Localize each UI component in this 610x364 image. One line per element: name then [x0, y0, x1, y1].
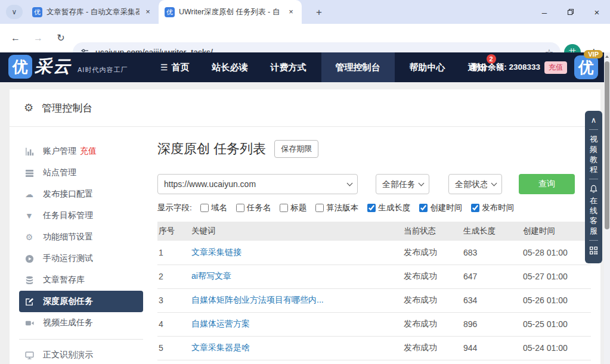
keyword-link[interactable]: 文章采集器是啥	[191, 343, 250, 352]
status-text: 发布成功	[402, 336, 462, 360]
gen-length: 634	[462, 288, 522, 312]
browser-tab-inactive[interactable]: 优 文章暂存库 - 自动文章采集器-自 ×	[26, 0, 159, 24]
video-camera-icon	[24, 319, 35, 328]
col-header-status: 当前状态	[402, 222, 462, 241]
site-logo[interactable]: 优 采云 AI时代内容工厂	[8, 55, 128, 79]
scrollbar-thumb[interactable]	[605, 61, 609, 229]
back-icon[interactable]: ←	[8, 31, 23, 45]
nav-item-home[interactable]: ☰ 首页	[153, 52, 197, 82]
tab-close-icon[interactable]: ×	[143, 7, 153, 17]
bell-icon[interactable]	[590, 185, 597, 193]
col-header-created: 创建时间	[522, 222, 591, 241]
field-checkbox-title[interactable]: 标题	[280, 203, 306, 213]
gen-length: 944	[462, 336, 522, 360]
sidebar: 账户管理充值 站点管理 ☁ 发布接口配置 ▼ 任务目标管理 ⚙ 功能细节设置 手…	[10, 127, 153, 364]
field-checkbox-algorithm[interactable]: 算法版本	[315, 203, 358, 213]
browser-tab-strip: ∨ 优 文章暂存库 - 自动文章采集器-自 × 优 UWriter深度原创 任务…	[0, 0, 610, 24]
row-no: 2	[157, 265, 190, 288]
nav-item-must-read[interactable]: 站长必读	[205, 52, 256, 82]
recharge-button[interactable]: 充值	[544, 61, 567, 74]
sidebar-item-deep-original-tasks[interactable]: 深度原创任务	[19, 291, 143, 312]
new-tab-button[interactable]: +	[311, 5, 327, 20]
sidebar-item-task-targets[interactable]: ▼ 任务目标管理	[19, 205, 143, 226]
page-scrollbar[interactable]	[604, 52, 610, 364]
field-checkbox-domain[interactable]: 域名	[200, 203, 227, 213]
reload-icon[interactable]: ↻	[54, 31, 68, 45]
col-header-length: 生成长度	[462, 222, 522, 241]
database-icon	[24, 276, 35, 285]
cloud-upload-icon: ☁	[24, 189, 35, 199]
query-button[interactable]: 查询	[519, 174, 575, 194]
status-select[interactable]: 全部状态	[448, 174, 502, 194]
status-text: 发布成功	[402, 288, 462, 312]
keyword-link[interactable]: ai帮写文章	[191, 271, 231, 281]
created-time: 05-28 01:00	[522, 241, 591, 265]
field-checkbox-publish-time[interactable]: 发布时间	[471, 203, 514, 213]
field-checkbox-task-name[interactable]: 任务名	[236, 203, 271, 213]
recharge-link[interactable]: 充值	[80, 146, 97, 157]
main-content: 深度原创 任务列表 保存期限 https://www.ucaiyun.com 全…	[157, 140, 591, 360]
table-row: 5 文章采集器是啥 发布成功 944 05-24 01:00	[157, 336, 591, 360]
qr-code-icon[interactable]	[589, 246, 598, 255]
nav-item-help[interactable]: 帮助中心	[402, 52, 453, 82]
gears-icon: ⚙	[24, 232, 35, 242]
table-row: 3 自媒体矩阵创业方法项目有哪些内... 发布成功 634 05-26 01:0…	[157, 288, 591, 312]
status-text: 发布成功	[402, 265, 462, 288]
site-favicon: 优	[32, 7, 42, 17]
gen-length: 647	[462, 265, 522, 288]
tab-close-icon[interactable]: ×	[286, 7, 296, 17]
task-type-select-wrap: 全部任务	[376, 174, 429, 194]
site-select[interactable]: https://www.ucaiyun.com	[157, 174, 358, 194]
navbar-menu: ☰ 首页 站长必读 计费方式 管理控制台 帮助中心 通知 2	[149, 52, 497, 82]
video-tutorial-link[interactable]: 视频教程	[589, 134, 598, 175]
nav-item-billing[interactable]: 计费方式	[263, 52, 314, 82]
browser-tab-active[interactable]: 优 UWriter深度原创 任务列表 - 自 ×	[159, 0, 302, 24]
navbar-right: 积分余额: 2308333 充值 优 VIP	[472, 52, 598, 82]
online-service-link[interactable]: 在线客服	[589, 195, 598, 236]
sidebar-item-feature-settings[interactable]: ⚙ 功能细节设置	[19, 226, 143, 248]
retention-period-button[interactable]: 保存期限	[274, 140, 318, 158]
site-favicon: 优	[165, 7, 175, 17]
monitor-icon	[24, 351, 35, 360]
field-checkbox-gen-length[interactable]: 生成长度	[367, 203, 410, 213]
site-select-wrap: https://www.ucaiyun.com	[157, 174, 358, 194]
status-text: 发布成功	[402, 312, 462, 336]
created-time: 05-25 01:00	[522, 312, 591, 336]
card-header: ⚙ 管理控制台	[10, 89, 600, 127]
section-title: 深度原创 任务列表	[157, 140, 266, 158]
keyword-link[interactable]: 自媒体运营方案	[191, 319, 250, 328]
scrollbar-up-arrow[interactable]	[604, 52, 610, 60]
play-circle-icon	[24, 254, 35, 263]
tab-search-button[interactable]: ∨	[6, 5, 23, 19]
task-type-select[interactable]: 全部任务	[376, 174, 429, 194]
display-fields-row: 显示字段: 域名 任务名 标题 算法版本 生成长度 创建时间 发布时间	[157, 203, 591, 213]
user-avatar[interactable]: 优	[574, 55, 598, 79]
row-no: 3	[157, 288, 190, 312]
nav-item-console[interactable]: 管理控制台	[321, 52, 395, 82]
field-checkbox-created-time[interactable]: 创建时间	[419, 203, 462, 213]
panel-divider	[589, 129, 598, 130]
col-header-no: 序号	[157, 222, 190, 241]
sidebar-item-content-recognition[interactable]: 正文识别演示	[19, 344, 143, 364]
sidebar-item-manual-test[interactable]: 手动运行测试	[19, 248, 143, 269]
fields-label: 显示字段:	[157, 203, 192, 213]
col-header-keyword: 关键词	[190, 222, 402, 241]
table-header-row: 序号 关键词 当前状态 生成长度 创建时间	[157, 222, 591, 241]
sidebar-item-sites[interactable]: 站点管理	[19, 162, 143, 183]
window-restore-button[interactable]	[558, 0, 584, 24]
sidebar-item-account[interactable]: 账户管理充值	[19, 141, 143, 162]
table-row: 4 自媒体运营方案 发布成功 896 05-25 01:00	[157, 312, 591, 336]
window-minimize-button[interactable]: –	[531, 0, 558, 24]
sidebar-item-publish-api[interactable]: ☁ 发布接口配置	[19, 183, 143, 205]
sidebar-item-article-buffer[interactable]: 文章暂存库	[19, 269, 143, 291]
gear-icon: ⚙	[24, 101, 33, 114]
window-close-button[interactable]: ×	[584, 0, 610, 24]
keyword-link[interactable]: 文章采集链接	[191, 247, 241, 257]
keyword-link[interactable]: 自媒体矩阵创业方法项目有哪些内...	[191, 295, 324, 304]
page-title: 管理控制台	[42, 101, 92, 115]
forward-icon: →	[31, 31, 45, 45]
sidebar-item-video-tasks[interactable]: 视频生成任务	[19, 312, 143, 334]
restore-icon	[567, 8, 574, 15]
panel-divider	[589, 240, 598, 241]
scroll-top-icon[interactable]: ∧	[591, 116, 597, 125]
